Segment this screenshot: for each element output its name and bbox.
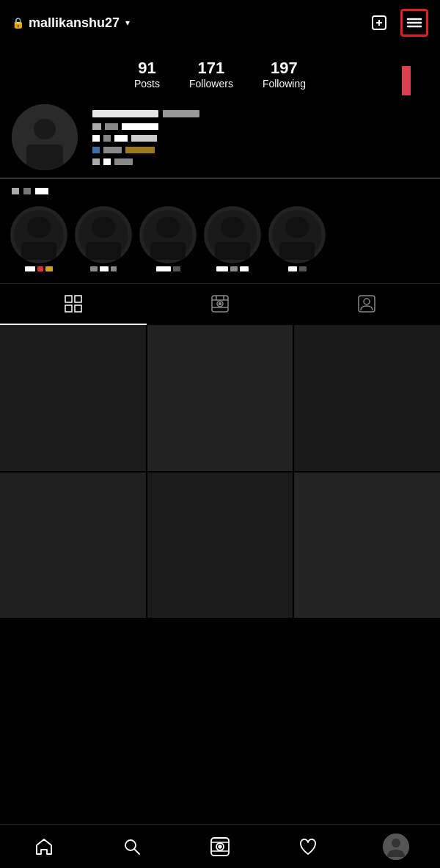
header: 🔒 mallikanshu27 ▾ <box>0 0 440 45</box>
header-actions <box>365 9 428 37</box>
nav-likes[interactable] <box>290 828 326 865</box>
svg-rect-27 <box>75 305 81 312</box>
svg-rect-24 <box>65 296 72 302</box>
followers-count: 171 <box>198 59 225 78</box>
avatar <box>12 104 78 170</box>
svg-rect-16 <box>156 217 180 238</box>
nav-profile[interactable] <box>378 828 414 865</box>
svg-point-30 <box>219 303 221 305</box>
story-item[interactable] <box>139 206 197 271</box>
svg-line-38 <box>134 849 139 854</box>
svg-point-36 <box>364 299 370 304</box>
grid-cell[interactable] <box>0 325 146 471</box>
svg-rect-26 <box>65 305 72 312</box>
stories-track[interactable] <box>0 200 440 277</box>
nav-search[interactable] <box>114 828 150 865</box>
tab-tagged[interactable] <box>293 284 440 325</box>
menu-button[interactable] <box>400 9 428 37</box>
story-item[interactable] <box>204 206 261 271</box>
grid-cell[interactable] <box>147 473 293 619</box>
chevron-down-icon: ▾ <box>125 18 130 28</box>
username: mallikanshu27 <box>29 15 120 31</box>
story-item[interactable] <box>10 206 67 271</box>
svg-rect-7 <box>34 119 56 139</box>
svg-point-45 <box>392 839 400 847</box>
svg-rect-17 <box>150 242 186 260</box>
followers-stat[interactable]: 171 Followers <box>189 59 233 90</box>
stories-section <box>0 179 440 283</box>
svg-rect-13 <box>92 217 115 238</box>
bottom-nav <box>0 824 440 868</box>
following-stat[interactable]: 197 Following <box>263 59 306 90</box>
grid-cell[interactable] <box>0 473 146 619</box>
svg-rect-10 <box>27 217 51 238</box>
posts-stat[interactable]: 91 Posts <box>134 59 160 90</box>
svg-rect-22 <box>285 217 309 238</box>
svg-rect-25 <box>75 296 81 302</box>
photo-grid <box>0 325 440 618</box>
grid-cell[interactable] <box>294 473 440 619</box>
grid-cell[interactable] <box>147 325 293 471</box>
lock-icon: 🔒 <box>12 17 24 29</box>
story-circle <box>139 206 197 263</box>
nav-home[interactable] <box>26 828 62 865</box>
nav-reels[interactable] <box>202 828 238 865</box>
story-circle <box>268 206 326 263</box>
story-item[interactable] <box>75 206 132 271</box>
following-label: Following <box>263 78 306 90</box>
svg-point-41 <box>219 845 221 848</box>
header-left: 🔒 mallikanshu27 ▾ <box>12 15 130 31</box>
grid-cell[interactable] <box>294 325 440 471</box>
svg-rect-23 <box>279 242 315 260</box>
svg-rect-11 <box>21 242 56 260</box>
tab-reels[interactable] <box>147 284 293 325</box>
stats-row: 91 Posts 171 Followers 197 Following <box>0 45 440 97</box>
bio-area <box>92 104 428 165</box>
story-item[interactable] <box>268 206 326 271</box>
story-circle <box>204 206 261 263</box>
svg-rect-20 <box>215 242 250 260</box>
svg-rect-14 <box>86 242 121 260</box>
content-tabs <box>0 283 440 325</box>
profile-area <box>0 97 440 170</box>
followers-label: Followers <box>189 78 233 90</box>
posts-count: 91 <box>138 59 155 78</box>
story-circle <box>10 206 67 263</box>
nav-avatar <box>383 834 409 860</box>
svg-rect-19 <box>221 217 244 238</box>
svg-rect-8 <box>26 145 63 170</box>
add-content-button[interactable] <box>365 9 393 37</box>
story-circle <box>75 206 132 263</box>
posts-label: Posts <box>134 78 160 90</box>
tab-grid[interactable] <box>0 284 147 325</box>
following-count: 197 <box>271 59 298 78</box>
